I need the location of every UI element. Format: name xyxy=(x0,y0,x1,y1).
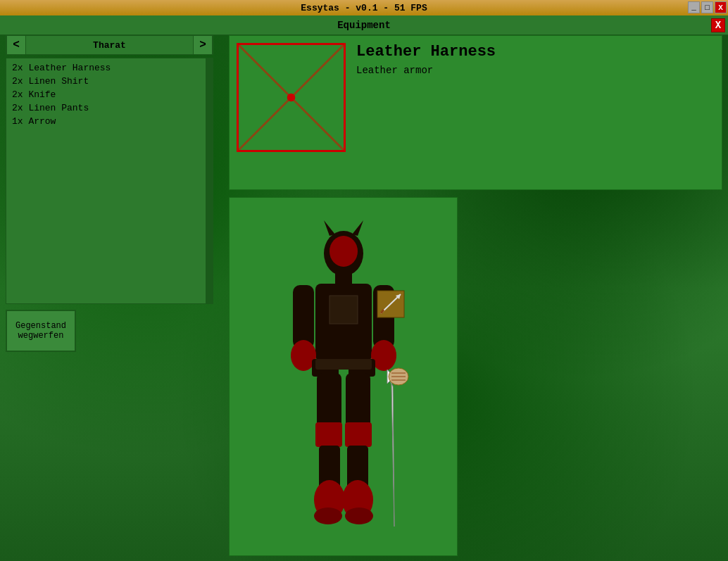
svg-point-6 xyxy=(330,236,358,267)
svg-rect-9 xyxy=(330,296,358,324)
character-display xyxy=(229,197,458,556)
inventory-item[interactable]: 2x Linen Pants xyxy=(9,101,210,115)
svg-marker-31 xyxy=(387,370,396,527)
inventory-scrollbar[interactable] xyxy=(206,58,213,303)
svg-rect-19 xyxy=(315,422,342,447)
equipment-close-button[interactable]: X xyxy=(711,18,725,32)
item-type: Leather armor xyxy=(356,65,715,76)
left-panel: < Tharat > 2x Leather Harness2x Linen Sh… xyxy=(6,35,213,352)
maximize-button[interactable]: □ xyxy=(701,1,713,13)
item-image xyxy=(237,43,346,152)
svg-marker-5 xyxy=(352,220,363,236)
item-info: Leather Harness Leather armor xyxy=(356,43,715,76)
inventory-item[interactable]: 2x Knife xyxy=(9,88,210,101)
main-window: Equipment X < Tharat > 2x Leather Harnes… xyxy=(0,15,728,561)
svg-rect-20 xyxy=(345,422,372,447)
title-bar: Essytas - v0.1 - 51 FPS _ □ X xyxy=(0,0,728,15)
svg-point-25 xyxy=(314,508,342,524)
minimize-button[interactable]: _ xyxy=(688,1,700,13)
svg-marker-4 xyxy=(324,220,335,236)
svg-rect-7 xyxy=(335,272,352,285)
svg-point-26 xyxy=(345,508,373,524)
character-selector: < Tharat > xyxy=(6,35,213,55)
svg-rect-18 xyxy=(346,373,370,429)
next-character-button[interactable]: > xyxy=(193,35,213,55)
prev-character-button[interactable]: < xyxy=(6,35,26,55)
window-title: Essytas - v0.1 - 51 FPS xyxy=(301,3,427,13)
character-silhouette xyxy=(273,215,414,538)
inventory-item[interactable]: 2x Leather Harness xyxy=(9,61,210,75)
item-name: Leather Harness xyxy=(356,43,715,61)
equipment-header: Equipment X xyxy=(0,15,728,35)
character-name: Tharat xyxy=(26,40,193,51)
inventory-list: 2x Leather Harness2x Linen Shirt2x Knife… xyxy=(6,58,213,304)
svg-rect-16 xyxy=(315,359,372,370)
window-close-button[interactable]: X xyxy=(715,1,727,13)
svg-point-2 xyxy=(287,94,296,102)
inventory-item[interactable]: 1x Arrow xyxy=(9,115,210,128)
item-preview-panel: Leather Harness Leather armor xyxy=(229,35,722,190)
drop-item-button[interactable]: Gegenstand wegwerfen xyxy=(6,310,76,352)
equipment-title: Equipment xyxy=(337,20,391,31)
inventory-item[interactable]: 2x Linen Shirt xyxy=(9,75,210,88)
svg-rect-10 xyxy=(293,285,314,348)
svg-rect-17 xyxy=(317,373,341,429)
title-buttons: _ □ X xyxy=(688,1,727,13)
